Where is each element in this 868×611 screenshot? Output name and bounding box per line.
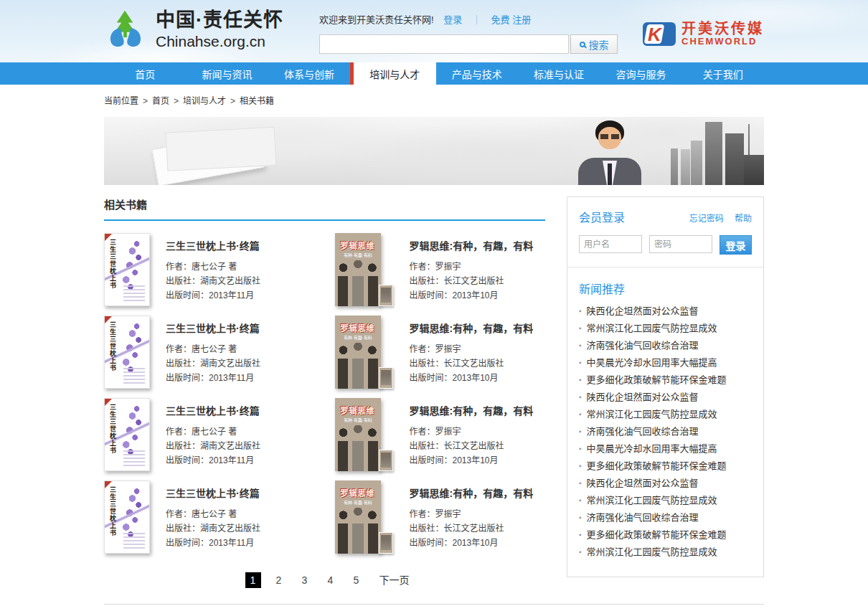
book-cover[interactable]: 罗辑思维 有种·有趣·有料 <box>335 316 381 389</box>
book-publisher: 出版社：湖南文艺出版社 <box>166 356 260 371</box>
book-cover[interactable]: 罗辑思维 有种·有趣·有料 <box>335 480 381 554</box>
search-button[interactable]: 搜索 <box>570 34 618 54</box>
book-list-item[interactable]: 三生三世枕上书 三生三世枕上书·终篇 作者：唐七公子 著 出版社：湖南文艺出版社… <box>104 233 315 306</box>
pagination-page-button[interactable]: 1 <box>245 572 261 588</box>
nav-item[interactable]: 咨询与服务 <box>600 62 681 85</box>
book-list-item[interactable]: 三生三世枕上书 三生三世枕上书·终篇 作者：唐七公子 著 出版社：湖南文艺出版社… <box>104 316 315 389</box>
nav-item[interactable]: 标准与认证 <box>518 62 600 85</box>
book-cover-title-text: 三生三世枕上书 <box>108 239 118 289</box>
partner-logo[interactable]: 开美沃传媒 CHEMWORLD <box>643 6 764 47</box>
nav-item-label: 新闻与资讯 <box>202 67 253 81</box>
nav-item-label: 关于我们 <box>703 67 743 81</box>
book-title[interactable]: 三生三世枕上书·终篇 <box>166 486 260 500</box>
book-cover[interactable]: 罗辑思维 有种·有趣·有料 <box>335 233 381 306</box>
book-title[interactable]: 罗辑思维:有种，有趣，有料 <box>410 238 534 252</box>
site-logo[interactable]: 中国·责任关怀 Chinahse.org.cn <box>104 6 319 52</box>
book-cover-booklet <box>379 532 393 554</box>
banner-papers <box>152 131 265 185</box>
book-section: 相关书籍 三生三世枕上书 三生三世枕上书·终篇 作者：唐七公子 著 出版社：湖南… <box>104 196 545 588</box>
book-cover-art <box>335 508 381 554</box>
book-list-item[interactable]: 罗辑思维 有种·有趣·有料 罗辑思维:有种，有趣，有料 作者：罗振宇 出版社：长… <box>335 316 546 389</box>
book-cover[interactable]: 三生三世枕上书 <box>104 316 150 389</box>
book-cover[interactable]: 罗辑思维 有种·有趣·有料 <box>335 398 381 471</box>
news-list-item[interactable]: 济南强化油气回收综合治理 <box>579 509 752 526</box>
news-list-item[interactable]: 更多细化政策破解节能环保金难题 <box>579 371 752 389</box>
site-logo-icon <box>104 6 147 52</box>
breadcrumb-separator: > <box>174 96 179 106</box>
welcome-separator: ｜ <box>472 14 481 25</box>
site-domain: Chinahse.org.cn <box>156 32 283 51</box>
news-item-label: 更多细化政策破解节能环保金难题 <box>587 374 727 385</box>
book-title[interactable]: 罗辑思维:有种，有趣，有料 <box>410 403 534 417</box>
nav-item[interactable]: 培训与人才 <box>350 62 435 85</box>
news-list-item[interactable]: 陕西化企坦然面对公众监督 <box>579 303 752 320</box>
news-list-item[interactable]: 中昊晨光冷却水回用率大幅提高 <box>579 354 752 371</box>
banner-image <box>104 117 764 185</box>
breadcrumb-item-home[interactable]: 首页 <box>152 96 169 106</box>
news-list-item[interactable]: 中昊晨光冷却水回用率大幅提高 <box>579 440 752 458</box>
pagination-page-button[interactable]: 4 <box>323 572 339 588</box>
news-list-item[interactable]: 更多细化政策破解节能环保金难题 <box>579 526 752 544</box>
nav-item[interactable]: 关于我们 <box>682 62 764 85</box>
book-publisher: 出版社：湖南文艺出版社 <box>166 439 260 453</box>
book-list-item[interactable]: 罗辑思维 有种·有趣·有料 罗辑思维:有种，有趣，有料 作者：罗振宇 出版社：长… <box>335 480 546 554</box>
pagination: 12345下一页 <box>104 572 545 588</box>
news-list-item[interactable]: 常州滨江化工园废气防控显成效 <box>579 320 752 337</box>
book-cover-subtitle-text: 有种·有趣·有料 <box>338 417 377 423</box>
news-list-item[interactable]: 常州滨江化工园废气防控显成效 <box>579 544 752 561</box>
search-input[interactable] <box>319 34 569 54</box>
login-link[interactable]: 登录 <box>443 14 462 25</box>
nav-item[interactable]: 首页 <box>104 62 186 85</box>
search-icon <box>580 42 585 47</box>
book-author: 作者：罗振宇 <box>410 425 534 439</box>
book-title[interactable]: 罗辑思维:有种，有趣，有料 <box>410 486 534 500</box>
breadcrumb-item-training[interactable]: 培训与人才 <box>183 96 226 106</box>
book-title[interactable]: 三生三世枕上书·终篇 <box>166 403 260 417</box>
breadcrumb-item-books[interactable]: 相关书籍 <box>240 96 274 106</box>
book-publisher: 出版社：长江文艺出版社 <box>410 521 534 536</box>
news-list-item[interactable]: 常州滨江化工园废气防控显成效 <box>579 406 752 423</box>
news-list: 陕西化企坦然面对公众监督常州滨江化工园废气防控显成效济南强化油气回收综合治理中昊… <box>579 303 752 561</box>
book-list-item[interactable]: 三生三世枕上书 三生三世枕上书·终篇 作者：唐七公子 著 出版社：湖南文艺出版社… <box>104 480 315 554</box>
nav-item[interactable]: 产品与技术 <box>436 62 518 85</box>
news-list-item[interactable]: 陕西化企坦然面对公众监督 <box>579 389 752 406</box>
news-item-label: 常州滨江化工园废气防控显成效 <box>587 495 717 506</box>
book-cover[interactable]: 三生三世枕上书 <box>104 480 150 554</box>
book-author: 作者：罗振宇 <box>410 260 534 274</box>
breadcrumb-label: 当前位置 <box>104 96 138 106</box>
news-list-item[interactable]: 济南强化油气回收综合治理 <box>579 337 752 354</box>
book-list-item[interactable]: 三生三世枕上书 三生三世枕上书·终篇 作者：唐七公子 著 出版社：湖南文艺出版社… <box>104 398 315 471</box>
partner-subtitle: CHEMWORLD <box>681 37 764 47</box>
register-link[interactable]: 免费 注册 <box>491 14 532 25</box>
login-button[interactable]: 登录 <box>720 235 752 255</box>
book-list-item[interactable]: 罗辑思维 有种·有趣·有料 罗辑思维:有种，有趣，有料 作者：罗振宇 出版社：长… <box>335 398 546 471</box>
username-field[interactable] <box>579 235 642 253</box>
pagination-page-button[interactable]: 5 <box>349 572 364 588</box>
book-author: 作者：唐七公子 著 <box>166 342 260 356</box>
book-title[interactable]: 三生三世枕上书·终篇 <box>166 321 260 335</box>
pagination-next-button[interactable]: 下一页 <box>379 572 410 587</box>
book-publish-date: 出版时间：2013年10月 <box>410 371 534 385</box>
book-cover-booklet <box>379 450 393 471</box>
forgot-password-link[interactable]: 忘记密码 <box>689 214 724 224</box>
news-list-item[interactable]: 更多细化政策破解节能环保金难题 <box>579 458 752 475</box>
nav-item[interactable]: 体系与创新 <box>268 62 350 85</box>
book-list-item[interactable]: 罗辑思维 有种·有趣·有料 罗辑思维:有种，有趣，有料 作者：罗振宇 出版社：长… <box>335 233 546 306</box>
pagination-page-button[interactable]: 2 <box>271 572 287 588</box>
book-cover[interactable]: 三生三世枕上书 <box>104 398 150 471</box>
help-link[interactable]: 帮助 <box>735 214 752 224</box>
pagination-page-button[interactable]: 3 <box>297 572 313 588</box>
password-field[interactable] <box>649 235 712 253</box>
book-author: 作者：唐七公子 著 <box>166 507 260 521</box>
book-cover-subtitle-text: 有种·有趣·有料 <box>338 334 377 341</box>
news-list-item[interactable]: 陕西化企坦然面对公众监督 <box>579 475 752 492</box>
top-header: 中国·责任关怀 Chinahse.org.cn 欢迎来到开美沃责任关怀网! 登录… <box>0 0 868 62</box>
book-cover[interactable]: 三生三世枕上书 <box>104 233 150 306</box>
news-list-item[interactable]: 济南强化油气回收综合治理 <box>579 423 752 440</box>
book-title[interactable]: 三生三世枕上书·终篇 <box>166 238 260 252</box>
nav-item[interactable]: 新闻与资讯 <box>186 62 268 85</box>
book-cover-art <box>335 343 381 389</box>
news-list-item[interactable]: 常州滨江化工园废气防控显成效 <box>579 492 752 509</box>
book-author: 作者：唐七公子 著 <box>166 260 260 274</box>
book-title[interactable]: 罗辑思维:有种，有趣，有料 <box>410 321 534 335</box>
